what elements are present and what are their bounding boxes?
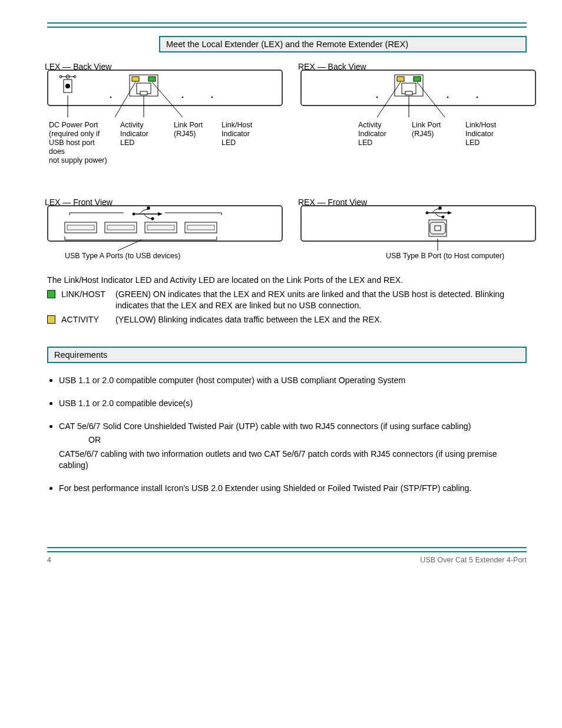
svg-rect-21	[397, 77, 404, 81]
svg-rect-53	[301, 206, 535, 241]
panel-lex-back: LEX — Back View	[47, 63, 283, 167]
panel-title: REX — Front View	[298, 197, 367, 207]
diagram-lex-back	[47, 63, 283, 119]
footer-title: USB Over Cat 5 Extender 4-Port	[420, 556, 527, 564]
diagrams-block: LEX — Back View	[47, 63, 527, 272]
svg-rect-48	[187, 225, 214, 230]
svg-rect-11	[140, 91, 147, 95]
panel-lex-front: LEX — Front View	[47, 199, 283, 261]
svg-rect-57	[439, 207, 441, 209]
panel-rex-back: REX — Back View	[300, 63, 536, 167]
svg-rect-35	[147, 207, 150, 209]
panel-rex-front: REX — Front View	[300, 199, 536, 261]
requirement-item: For best performance install Icron's USB…	[59, 482, 527, 494]
panel-title: LEX — Front View	[45, 197, 113, 207]
svg-point-13	[182, 97, 184, 98]
svg-rect-9	[148, 77, 156, 81]
svg-point-12	[110, 97, 112, 98]
label-dc-power: DC Power Port(required only ifUSB host p…	[48, 120, 118, 166]
led-intro-text: The Link/Host Indicator LED and Activity…	[47, 275, 527, 285]
led-link-desc: (GREEN) ON indicates that the LEX and RE…	[115, 289, 527, 311]
section-heading-hardware: Meet the Local Extender (LEX) and the Re…	[159, 36, 527, 52]
svg-point-27	[477, 97, 478, 98]
svg-rect-8	[132, 77, 139, 81]
svg-rect-24	[405, 91, 412, 95]
svg-point-14	[211, 97, 213, 98]
label-link-port: Link Port(RJ45)	[173, 120, 220, 166]
svg-point-36	[151, 218, 154, 220]
svg-rect-60	[435, 226, 441, 230]
led-activity-name: ACTIVITY	[61, 314, 113, 325]
page-footer: 4 USB Over Cat 5 Extender 4-Port	[47, 547, 527, 564]
requirement-item: USB 1.1 or 2.0 compatible device(s)	[59, 397, 527, 409]
diagram-rex-back	[300, 63, 536, 119]
label-usb-a-ports: USB Type A Ports (to USB devices)	[65, 252, 283, 261]
panel-title: LEX — Back View	[45, 62, 111, 71]
requirement-item: CAT 5e/6/7 Solid Core Unshielded Twisted…	[59, 420, 527, 471]
led-description: The Link/Host Indicator LED and Activity…	[47, 275, 527, 325]
requirement-item: USB 1.1 or 2.0 compatible computer (host…	[59, 374, 527, 386]
led-swatch-yellow	[47, 315, 55, 324]
svg-rect-22	[414, 77, 421, 81]
label-link-host-led-rex: Link/Host IndicatorLED	[465, 120, 535, 148]
label-activity-led-rex: ActivityIndicatorLED	[358, 120, 410, 148]
panel-title: REX — Back View	[298, 62, 366, 71]
section-heading-requirements: Requirements	[47, 347, 527, 363]
label-link-port-rex: Link Port(RJ45)	[411, 120, 464, 148]
page-number: 4	[47, 556, 51, 564]
label-usb-b-port: USB Type B Port (to Host computer)	[386, 252, 536, 261]
svg-point-25	[376, 97, 378, 98]
label-link-host-led: Link/Host IndicatorLED	[221, 120, 282, 166]
label-activity-led: ActivityIndicator LED	[120, 120, 172, 166]
led-activity-desc: (YELLOW) Blinking indicates data traffic…	[115, 314, 382, 325]
svg-rect-0	[48, 70, 282, 106]
svg-point-58	[442, 216, 444, 218]
led-link-name: LINK/HOST	[61, 289, 113, 299]
svg-point-32	[133, 213, 135, 215]
svg-rect-46	[147, 225, 174, 230]
svg-rect-42	[67, 225, 94, 230]
svg-point-6	[65, 84, 70, 88]
svg-rect-44	[107, 225, 134, 230]
requirements-list: USB 1.1 or 2.0 compatible computer (host…	[59, 374, 527, 494]
led-swatch-green	[47, 290, 55, 298]
svg-point-54	[426, 212, 428, 214]
top-rule	[47, 22, 527, 28]
svg-point-26	[447, 97, 449, 98]
